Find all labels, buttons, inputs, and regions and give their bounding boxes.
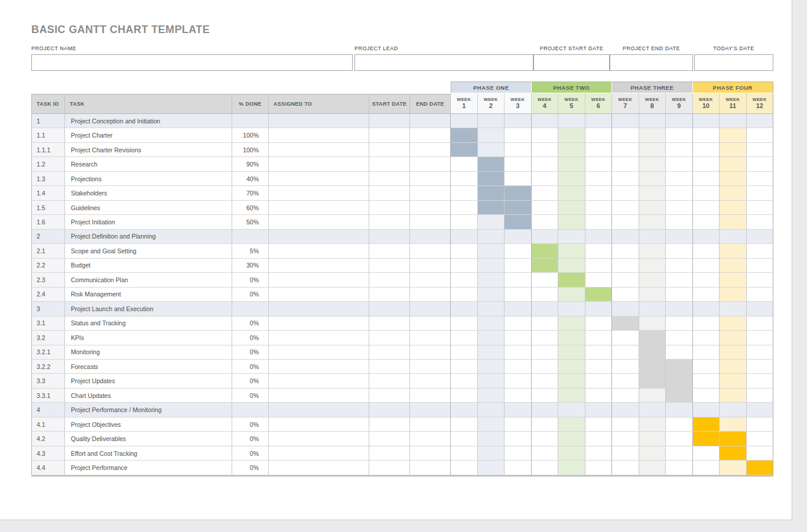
gantt-cell-week-10[interactable] [693, 157, 720, 171]
gantt-cell-week-2[interactable] [478, 316, 505, 331]
gantt-cell-week-1[interactable] [451, 389, 478, 403]
gantt-cell-week-4[interactable] [532, 389, 559, 403]
cell-done[interactable]: 50% [232, 215, 269, 229]
gantt-cell-week-8[interactable] [639, 143, 666, 157]
gantt-cell-week-7[interactable] [612, 374, 639, 388]
gantt-cell-week-6[interactable] [585, 186, 613, 200]
gantt-cell-week-10[interactable] [693, 461, 720, 475]
gantt-cell-week-3[interactable] [505, 446, 532, 461]
cell-assigned[interactable] [269, 273, 369, 287]
gantt-cell-week-2[interactable] [478, 389, 505, 403]
gantt-cell-week-1[interactable] [451, 316, 478, 331]
gantt-cell-week-1[interactable] [451, 114, 478, 128]
gantt-cell-week-4[interactable] [532, 360, 559, 374]
gantt-cell-week-2[interactable] [478, 157, 505, 171]
cell-task[interactable]: Project Initiation [65, 215, 232, 229]
gantt-cell-week-6[interactable] [585, 461, 613, 475]
cell-start-date[interactable] [369, 288, 410, 302]
gantt-cell-week-1[interactable] [451, 201, 478, 215]
gantt-cell-week-12[interactable] [747, 446, 774, 461]
cell-task[interactable]: Project Charter [65, 128, 232, 142]
gantt-cell-week-3[interactable] [505, 230, 532, 244]
cell-task[interactable]: Project Updates [65, 374, 232, 388]
cell-end-date[interactable] [410, 215, 451, 229]
cell-start-date[interactable] [369, 114, 410, 128]
gantt-cell-week-10[interactable] [693, 288, 720, 302]
gantt-cell-week-10[interactable] [693, 201, 720, 215]
gantt-cell-week-7[interactable] [612, 446, 639, 461]
gantt-cell-week-11[interactable] [720, 215, 747, 229]
gantt-cell-week-2[interactable] [478, 345, 505, 360]
cell-assigned[interactable] [269, 302, 369, 316]
gantt-cell-week-4[interactable] [532, 143, 559, 157]
gantt-cell-week-6[interactable] [585, 244, 613, 258]
cell-done[interactable]: 0% [232, 432, 269, 446]
cell-task-id[interactable]: 3.2.1 [31, 345, 65, 360]
gantt-cell-week-3[interactable] [505, 374, 532, 388]
cell-assigned[interactable] [269, 244, 369, 258]
gantt-cell-week-4[interactable] [532, 259, 559, 273]
cell-task-id[interactable]: 3 [31, 302, 65, 316]
gantt-cell-week-12[interactable] [747, 215, 774, 229]
gantt-cell-week-3[interactable] [505, 417, 532, 432]
gantt-cell-week-8[interactable] [639, 417, 666, 432]
gantt-cell-week-3[interactable] [505, 331, 532, 345]
gantt-cell-week-11[interactable] [720, 201, 747, 215]
cell-start-date[interactable] [369, 273, 410, 287]
gantt-cell-week-6[interactable] [585, 302, 613, 316]
gantt-cell-week-12[interactable] [747, 143, 774, 157]
gantt-cell-week-6[interactable] [585, 288, 613, 302]
gantt-cell-week-9[interactable] [666, 403, 693, 417]
gantt-cell-week-9[interactable] [666, 186, 693, 200]
gantt-cell-week-1[interactable] [451, 374, 478, 388]
gantt-cell-week-1[interactable] [451, 244, 478, 258]
cell-start-date[interactable] [369, 417, 410, 432]
cell-done[interactable] [232, 230, 269, 244]
gantt-cell-week-1[interactable] [451, 446, 478, 461]
gantt-cell-week-9[interactable] [666, 417, 693, 432]
cell-task[interactable]: Project Definition and Planning [65, 230, 232, 244]
cell-end-date[interactable] [410, 432, 451, 446]
gantt-cell-week-3[interactable] [505, 273, 532, 287]
cell-end-date[interactable] [410, 143, 451, 157]
gantt-cell-week-3[interactable] [505, 172, 532, 186]
cell-task[interactable]: Research [65, 157, 232, 171]
gantt-cell-week-7[interactable] [612, 461, 639, 475]
gantt-cell-week-1[interactable] [451, 230, 478, 244]
cell-task[interactable]: Quality Deliverables [65, 432, 232, 446]
gantt-cell-week-7[interactable] [612, 143, 639, 157]
gantt-cell-week-9[interactable] [666, 288, 693, 302]
gantt-cell-week-10[interactable] [693, 302, 720, 316]
cell-start-date[interactable] [369, 316, 410, 331]
cell-start-date[interactable] [369, 389, 410, 403]
gantt-cell-week-5[interactable] [558, 432, 585, 446]
gantt-cell-week-8[interactable] [639, 389, 666, 403]
gantt-cell-week-8[interactable] [639, 461, 666, 475]
gantt-cell-week-1[interactable] [451, 345, 478, 360]
gantt-cell-week-3[interactable] [505, 316, 532, 331]
gantt-cell-week-3[interactable] [505, 244, 532, 258]
gantt-cell-week-11[interactable] [720, 273, 747, 287]
gantt-cell-week-2[interactable] [478, 114, 505, 128]
gantt-cell-week-12[interactable] [747, 273, 774, 287]
cell-end-date[interactable] [410, 461, 451, 475]
cell-start-date[interactable] [369, 331, 410, 345]
gantt-cell-week-2[interactable] [478, 461, 505, 475]
gantt-cell-week-8[interactable] [639, 273, 666, 287]
gantt-cell-week-11[interactable] [720, 446, 747, 461]
cell-task[interactable]: Project Performance [65, 461, 232, 475]
gantt-cell-week-4[interactable] [532, 201, 559, 215]
gantt-cell-week-5[interactable] [558, 374, 585, 388]
cell-task[interactable]: Risk Management [65, 288, 232, 302]
gantt-cell-week-4[interactable] [532, 186, 559, 200]
cell-task[interactable]: Forecasts [65, 360, 232, 374]
gantt-cell-week-7[interactable] [612, 186, 639, 200]
gantt-cell-week-1[interactable] [451, 273, 478, 287]
cell-assigned[interactable] [269, 288, 369, 302]
gantt-cell-week-2[interactable] [478, 244, 505, 258]
gantt-cell-week-7[interactable] [612, 259, 639, 273]
gantt-cell-week-9[interactable] [666, 316, 693, 331]
gantt-cell-week-11[interactable] [720, 345, 747, 360]
cell-assigned[interactable] [269, 432, 369, 446]
gantt-cell-week-2[interactable] [478, 273, 505, 287]
